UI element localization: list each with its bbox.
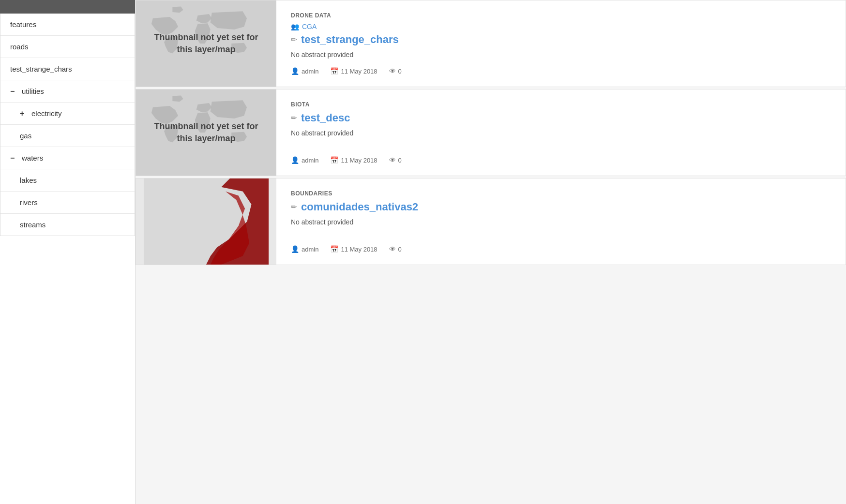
collapse-icon: − xyxy=(10,154,18,162)
keyword-item[interactable]: rivers xyxy=(0,192,135,214)
calendar-icon: 📅 xyxy=(330,245,338,253)
keyword-label: lakes xyxy=(20,176,37,184)
result-title-row: ✏ test_desc xyxy=(291,112,831,124)
author-name: admin xyxy=(302,246,318,253)
keyword-label: test_strange_chars xyxy=(10,65,72,73)
result-date: 11 May 2018 xyxy=(341,246,377,253)
main-content: Thumbnail not yet set for this layer/map… xyxy=(136,0,846,504)
meta-date: 📅 11 May 2018 xyxy=(330,67,377,75)
keyword-label: features xyxy=(10,20,36,29)
result-title-link[interactable]: test_desc xyxy=(301,112,350,124)
result-category: BIOTA xyxy=(291,101,831,108)
meta-author: 👤 admin xyxy=(291,245,318,253)
meta-date: 📅 11 May 2018 xyxy=(330,156,377,164)
person-icon: 👤 xyxy=(291,245,299,253)
keyword-item[interactable]: test_strange_chars xyxy=(0,58,135,80)
sidebar: featuresroadstest_strange_chars−utilitie… xyxy=(0,0,136,504)
result-title-row: ✏ test_strange_chars xyxy=(291,33,831,46)
result-title-link[interactable]: test_strange_chars xyxy=(301,33,399,46)
keyword-label: utilities xyxy=(22,87,44,95)
result-title-row: ✏ comunidades_nativas2 xyxy=(291,201,831,213)
keyword-list: featuresroadstest_strange_chars−utilitie… xyxy=(0,14,135,236)
result-info: BIOTA ✏ test_desc No abstract provided 👤… xyxy=(276,89,846,176)
view-count: 0 xyxy=(398,68,402,75)
result-info: DRONE DATA 👥 CGA ✏ test_strange_chars No… xyxy=(276,0,846,87)
expand-icon: + xyxy=(20,110,28,118)
meta-views: 👁 0 xyxy=(389,67,402,75)
result-thumbnail: Thumbnail not yet set for this layer/map xyxy=(136,89,276,176)
keyword-label: streams xyxy=(20,221,45,229)
keyword-item[interactable]: lakes xyxy=(0,169,135,192)
calendar-icon: 📅 xyxy=(330,67,338,75)
meta-author: 👤 admin xyxy=(291,67,318,75)
result-card: Thumbnail not yet set for this layer/map… xyxy=(136,0,846,87)
map-shape-svg xyxy=(136,178,276,265)
keyword-label: waters xyxy=(22,154,43,162)
keyword-item[interactable]: −waters xyxy=(0,147,135,169)
result-card: BOUNDARIES ✏ comunidades_nativas2 No abs… xyxy=(136,178,846,265)
meta-date: 📅 11 May 2018 xyxy=(330,245,377,253)
result-org: 👥 CGA xyxy=(291,23,831,30)
result-thumbnail xyxy=(136,178,276,265)
result-abstract: No abstract provided xyxy=(291,51,831,59)
keyword-item[interactable]: streams xyxy=(0,214,135,236)
result-info: BOUNDARIES ✏ comunidades_nativas2 No abs… xyxy=(276,178,846,265)
view-count: 0 xyxy=(398,157,402,164)
result-category: BOUNDARIES xyxy=(291,190,831,197)
edit-icon: ✏ xyxy=(291,114,297,122)
keyword-label: roads xyxy=(10,43,29,51)
person-icon: 👤 xyxy=(291,156,299,164)
org-icon: 👥 xyxy=(291,23,299,30)
author-name: admin xyxy=(302,157,318,164)
edit-icon: ✏ xyxy=(291,35,297,44)
result-title-link[interactable]: comunidades_nativas2 xyxy=(301,201,418,213)
eye-icon: 👁 xyxy=(389,67,396,75)
org-link[interactable]: CGA xyxy=(302,23,317,30)
view-count: 0 xyxy=(398,246,402,253)
keyword-label: rivers xyxy=(20,198,38,207)
result-abstract: No abstract provided xyxy=(291,129,831,137)
keyword-item[interactable]: −utilities xyxy=(0,80,135,103)
result-category: DRONE DATA xyxy=(291,12,831,19)
result-thumbnail: Thumbnail not yet set for this layer/map xyxy=(136,0,276,87)
edit-icon: ✏ xyxy=(291,203,297,211)
result-date: 11 May 2018 xyxy=(341,157,377,164)
collapse-icon: − xyxy=(10,88,18,95)
keyword-item[interactable]: gas xyxy=(0,125,135,147)
calendar-icon: 📅 xyxy=(330,156,338,164)
keywords-header[interactable] xyxy=(0,0,135,14)
result-meta: 👤 admin 📅 11 May 2018 👁 0 xyxy=(291,156,831,164)
meta-views: 👁 0 xyxy=(389,156,402,164)
author-name: admin xyxy=(302,68,318,75)
result-abstract: No abstract provided xyxy=(291,218,831,226)
keyword-label: gas xyxy=(20,132,31,140)
keyword-item[interactable]: features xyxy=(0,14,135,36)
meta-author: 👤 admin xyxy=(291,156,318,164)
result-date: 11 May 2018 xyxy=(341,68,377,75)
result-card: Thumbnail not yet set for this layer/map… xyxy=(136,89,846,176)
thumbnail-placeholder-text: Thumbnail not yet set for this layer/map xyxy=(136,22,276,65)
keyword-item[interactable]: roads xyxy=(0,36,135,58)
keyword-label: electricity xyxy=(31,109,62,118)
keyword-item[interactable]: +electricity xyxy=(0,103,135,125)
eye-icon: 👁 xyxy=(389,156,396,164)
eye-icon: 👁 xyxy=(389,245,396,253)
meta-views: 👁 0 xyxy=(389,245,402,253)
person-icon: 👤 xyxy=(291,67,299,75)
result-meta: 👤 admin 📅 11 May 2018 👁 0 xyxy=(291,245,831,253)
thumbnail-placeholder-text: Thumbnail not yet set for this layer/map xyxy=(136,111,276,154)
result-meta: 👤 admin 📅 11 May 2018 👁 0 xyxy=(291,67,831,75)
